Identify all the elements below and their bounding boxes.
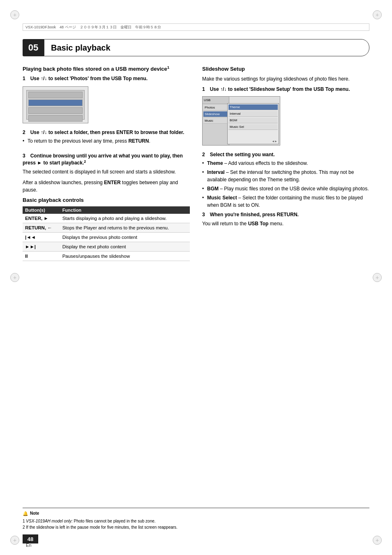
reg-mark-mr — [373, 273, 382, 282]
screen-sub-item-3: BGM — [228, 118, 278, 123]
bullet-item: BGM – Play music files stored on the USB… — [202, 185, 369, 192]
screen-left-panel: USB Photos Slideshow Music — [203, 97, 229, 145]
file-info-text: VSX-1019DF.book 48 ページ ２００９年３月１３日 金曜日 午前… — [25, 25, 161, 30]
reg-mark-tl — [10, 10, 19, 19]
button-cell: |◄◄ — [23, 233, 60, 242]
reg-mark-br — [373, 536, 382, 545]
step2-bullet: To return to the previous level any time… — [23, 137, 190, 145]
step2-text: 2 Use ↑/↓ to select a folder, then press… — [23, 129, 190, 136]
function-cell: Starts displaying a photo and playing a … — [60, 214, 190, 223]
note-header: 🔔 Note — [23, 510, 369, 517]
mock-screen-slideshow: USB Photos Slideshow Music Theme Interva… — [202, 96, 280, 146]
right-bullets-container: Theme – Add various effects to the slide… — [202, 160, 369, 209]
function-cell: Displays the previous photo content — [60, 233, 190, 242]
screen-header: USB — [203, 97, 229, 104]
button-cell: ►►| — [23, 242, 60, 252]
left-column: Playing back photo files stored on a USB… — [23, 66, 190, 502]
note-label: Note — [30, 510, 39, 516]
controls-heading: Basic playback controls — [23, 197, 190, 204]
right-step3-text: 3 When you're finished, press RETURN. — [202, 211, 369, 218]
screen-item-2: Slideshow — [203, 111, 228, 117]
screen-sub-panel: Theme Interval BGM Music Sel ◄► — [227, 103, 279, 144]
col-function: Function — [60, 206, 190, 214]
slideshow-heading: Slideshow Setup — [202, 66, 369, 73]
chapter-title: Basic playback — [51, 43, 111, 53]
page-lang: En — [26, 543, 31, 548]
screen-sub-item-4: Music Sel — [228, 124, 278, 130]
file-info-bar: VSX-1019DF.book 48 ページ ２００９年３月１３日 金曜日 午前… — [23, 23, 369, 31]
chapter-badge: 05 — [23, 39, 44, 56]
button-cell: II — [23, 252, 60, 261]
table-row: ENTER, ►Starts displaying a photo and pl… — [23, 214, 190, 223]
screen-row-1 — [28, 92, 83, 98]
step3-body2: After a slideshow launches, pressing ENT… — [23, 179, 190, 194]
screen-sub-item-2: Interval — [228, 111, 278, 117]
reg-mark-tr — [373, 10, 382, 19]
bullet-item: Theme – Add various effects to the slide… — [202, 160, 369, 167]
bullet-item: Music Select – Select the folder contain… — [202, 194, 369, 209]
chapter-title-bar: Basic playback — [44, 39, 369, 56]
right-column: Slideshow Setup Make the various setting… — [202, 66, 369, 502]
screen-scroll-indicator: ◄► — [272, 140, 277, 143]
table-row: ►►|Display the next photo content — [23, 242, 190, 252]
right-step3-body: You will return to the USB Top menu. — [202, 220, 369, 227]
reg-mark-bl — [10, 536, 19, 545]
table-row: RETURN, ←Stops the Player and returns to… — [23, 223, 190, 233]
button-cell: RETURN, ← — [23, 223, 60, 233]
table-row: |◄◄Displays the previous photo content — [23, 233, 190, 242]
screen-sub-item-1: Theme — [228, 104, 278, 110]
screen-item-1: Photos — [203, 105, 228, 111]
screen-row-3 — [28, 107, 83, 114]
footer-notes-list: 1 VSX-1019AH model only: Photo files can… — [23, 518, 369, 530]
col-button: Button(s) — [23, 206, 60, 214]
bullet-item: Interval – Set the interval for switchin… — [202, 169, 369, 183]
reg-mark-ml — [10, 273, 19, 282]
right-step2-label: 2 Select the setting you want. — [202, 151, 369, 158]
page-number: 48 — [28, 536, 33, 542]
table-row: IIPauses/unpauses the slideshow — [23, 252, 190, 261]
function-cell: Pauses/unpauses the slideshow — [60, 252, 190, 261]
page-number-badge: 48 — [23, 534, 38, 543]
note-item: 2 If the slideshow is left in the pause … — [23, 524, 369, 530]
function-cell: Stops the Player and returns to the prev… — [60, 223, 190, 233]
button-cell: ENTER, ► — [23, 214, 60, 223]
slideshow-intro: Make the various settings for playing sl… — [202, 75, 369, 83]
controls-table: Button(s) Function ENTER, ►Starts displa… — [23, 206, 190, 261]
right-step1: 1 Use ↑/↓ to select 'Slideshow Setup' fr… — [202, 86, 369, 93]
screen-row-2 — [28, 99, 83, 106]
note-icon: 🔔 — [23, 510, 28, 517]
content-area: Playing back photo files stored on a USB… — [23, 66, 369, 502]
step1-text: 1 Use ↑/↓ to select 'Photos' from the US… — [23, 75, 190, 82]
screen-inner — [26, 90, 85, 120]
left-section-heading: Playing back photo files stored on a USB… — [23, 66, 190, 73]
screen-item-3: Music — [203, 118, 228, 124]
note-item: 1 VSX-1019AH model only: Photo files can… — [23, 518, 369, 524]
step3-body1: The selected content is displayed in ful… — [23, 168, 190, 176]
mock-screen-photos — [23, 86, 88, 123]
footer-note: 🔔 Note 1 VSX-1019AH model only: Photo fi… — [23, 508, 369, 531]
screen-row-4 — [28, 115, 83, 122]
step3-text: 3 Continue browsing until you arrive at … — [23, 153, 190, 166]
function-cell: Display the next photo content — [60, 242, 190, 252]
